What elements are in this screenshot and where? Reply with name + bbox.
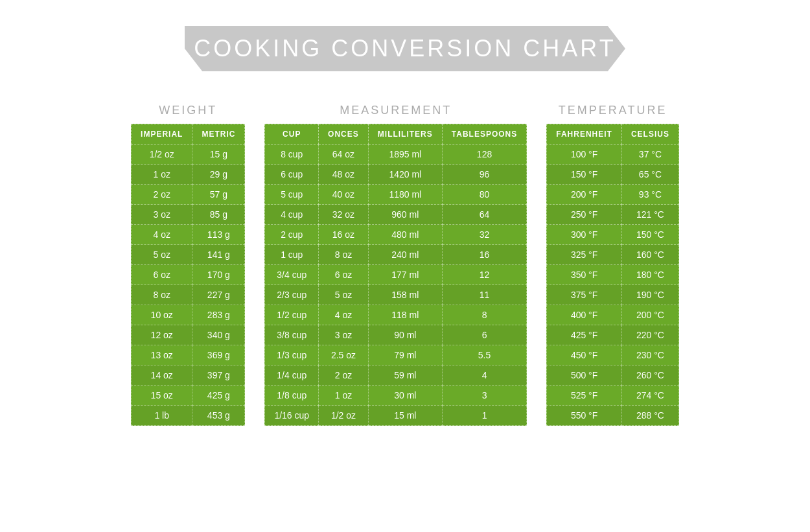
table-row: 2 cup16 oz480 ml32 (265, 225, 527, 245)
table-cell: 2 cup (265, 225, 319, 245)
table-cell: 150 °C (621, 225, 678, 245)
table-cell: 5.5 (442, 345, 526, 365)
table-cell: 100 °F (547, 145, 622, 165)
table-cell: 500 °F (547, 365, 622, 386)
table-cell: 2 oz (319, 365, 369, 386)
table-cell: 6 oz (319, 265, 369, 285)
table-cell: 8 cup (265, 145, 319, 165)
table-cell: 3/8 cup (265, 325, 319, 345)
table-cell: 37 °C (621, 145, 678, 165)
table-cell: 190 °C (621, 285, 678, 305)
measurement-col-milliliters: MILLILITERS (368, 124, 442, 145)
table-row: 200 °F93 °C (547, 185, 679, 205)
table-cell: 325 °F (547, 245, 622, 265)
table-cell: 480 ml (368, 225, 442, 245)
table-row: 5 cup40 oz1180 ml80 (265, 185, 527, 205)
table-cell: 113 g (192, 225, 245, 245)
table-row: 350 °F180 °C (547, 265, 679, 285)
table-cell: 150 °F (547, 165, 622, 185)
measurement-section: MEASUREMENT CUP ONCES MILLILITERS TABLES… (264, 104, 527, 426)
table-row: 14 oz397 g (132, 365, 245, 386)
table-cell: 15 oz (132, 386, 192, 406)
table-cell: 90 ml (368, 325, 442, 345)
table-cell: 48 oz (319, 165, 369, 185)
table-cell: 425 °F (547, 325, 622, 345)
table-cell: 1180 ml (368, 185, 442, 205)
table-cell: 32 (442, 225, 526, 245)
table-cell: 369 g (192, 345, 245, 365)
table-cell: 450 °F (547, 345, 622, 365)
table-cell: 118 ml (368, 305, 442, 325)
table-row: 15 oz425 g (132, 386, 245, 406)
measurement-header-row: CUP ONCES MILLILITERS TABLESPOONS (265, 124, 527, 145)
banner-title: COOKING CONVERSION CHART (194, 35, 616, 62)
table-cell: 4 oz (319, 305, 369, 325)
table-cell: 11 (442, 285, 526, 305)
weight-header-row: IMPERIAL METRIC (132, 124, 245, 145)
table-cell: 3 oz (132, 205, 192, 225)
table-cell: 960 ml (368, 205, 442, 225)
temperature-col-celsius: CELSIUS (621, 124, 678, 145)
table-cell: 158 ml (368, 285, 442, 305)
table-row: 525 °F274 °C (547, 386, 679, 406)
table-cell: 3/4 cup (265, 265, 319, 285)
table-row: 1/4 cup2 oz59 ml4 (265, 365, 527, 386)
table-cell: 250 °F (547, 205, 622, 225)
table-row: 5 oz141 g (132, 245, 245, 265)
table-cell: 1/16 cup (265, 406, 319, 426)
table-row: 150 °F65 °C (547, 165, 679, 185)
table-row: 1 cup8 oz240 ml16 (265, 245, 527, 265)
table-row: 1/3 cup2.5 oz79 ml5.5 (265, 345, 527, 365)
table-cell: 10 oz (132, 305, 192, 325)
table-cell: 16 (442, 245, 526, 265)
table-row: 6 cup48 oz1420 ml96 (265, 165, 527, 185)
table-cell: 64 (442, 205, 526, 225)
table-cell: 400 °F (547, 305, 622, 325)
table-cell: 1 cup (265, 245, 319, 265)
table-cell: 375 °F (547, 285, 622, 305)
main-content: WEIGHT IMPERIAL METRIC 1/2 oz15 g1 oz29 … (16, 104, 794, 426)
temperature-col-fahrenheit: FAHRENHEIT (547, 124, 622, 145)
table-row: 3 oz85 g (132, 205, 245, 225)
table-cell: 8 oz (319, 245, 369, 265)
table-cell: 30 ml (368, 386, 442, 406)
table-cell: 59 ml (368, 365, 442, 386)
table-cell: 220 °C (621, 325, 678, 345)
table-row: 2/3 cup5 oz158 ml11 (265, 285, 527, 305)
table-cell: 160 °C (621, 245, 678, 265)
banner-ribbon: COOKING CONVERSION CHART (185, 26, 625, 71)
table-row: 1 lb453 g (132, 406, 245, 426)
table-cell: 128 (442, 145, 526, 165)
table-cell: 6 (442, 325, 526, 345)
table-cell: 1 oz (319, 386, 369, 406)
table-row: 450 °F230 °C (547, 345, 679, 365)
table-cell: 8 (442, 305, 526, 325)
banner: COOKING CONVERSION CHART (178, 13, 632, 84)
table-cell: 57 g (192, 185, 245, 205)
table-row: 3/8 cup3 oz90 ml6 (265, 325, 527, 345)
table-cell: 200 °F (547, 185, 622, 205)
table-cell: 5 cup (265, 185, 319, 205)
table-cell: 16 oz (319, 225, 369, 245)
measurement-title: MEASUREMENT (340, 104, 452, 117)
temperature-title: TEMPERATURE (559, 104, 667, 117)
table-cell: 121 °C (621, 205, 678, 225)
table-row: 425 °F220 °C (547, 325, 679, 345)
table-cell: 4 (442, 365, 526, 386)
measurement-table: CUP ONCES MILLILITERS TABLESPOONS 8 cup6… (264, 124, 527, 426)
weight-title: WEIGHT (159, 104, 217, 117)
table-cell: 230 °C (621, 345, 678, 365)
table-row: 8 cup64 oz1895 ml128 (265, 145, 527, 165)
table-row: 12 oz340 g (132, 325, 245, 345)
table-row: 1 oz29 g (132, 165, 245, 185)
table-cell: 177 ml (368, 265, 442, 285)
table-cell: 40 oz (319, 185, 369, 205)
table-cell: 453 g (192, 406, 245, 426)
table-cell: 1/2 oz (319, 406, 369, 426)
table-row: 500 °F260 °C (547, 365, 679, 386)
table-cell: 260 °C (621, 365, 678, 386)
table-cell: 12 oz (132, 325, 192, 345)
table-cell: 340 g (192, 325, 245, 345)
table-row: 100 °F37 °C (547, 145, 679, 165)
table-row: 300 °F150 °C (547, 225, 679, 245)
